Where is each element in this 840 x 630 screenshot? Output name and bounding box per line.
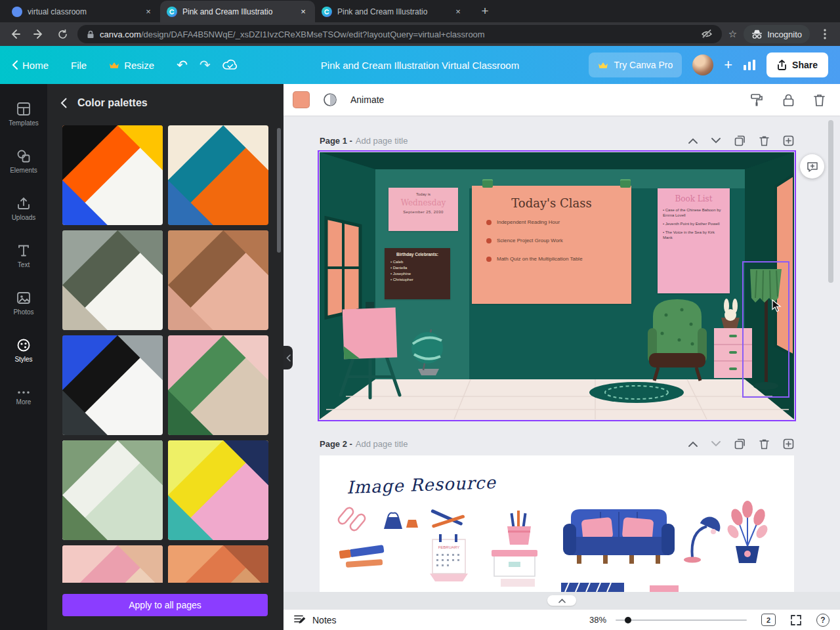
back-icon[interactable] [7,26,24,43]
forward-icon[interactable] [30,26,47,43]
sidebar-item-uploads[interactable]: Uploads [0,185,47,232]
elements-icon [16,149,31,163]
pencil-cup-illustration [507,511,531,545]
try-canva-pro-button[interactable]: Try Canva Pro [589,52,682,77]
sidebar-item-elements[interactable]: Elements [0,138,47,185]
browser-tab-1[interactable]: virtual classroom × [5,1,160,22]
page1-move-down-icon[interactable] [711,138,721,144]
chevron-left-icon [286,354,291,362]
sidebar-item-text[interactable]: Text [0,232,47,280]
browser-tabstrip: virtual classroom × Pink and Cream Illus… [0,0,840,22]
browser-menu-icon[interactable] [816,26,833,43]
file-menu-button[interactable]: File [71,60,87,71]
tab2-title: Pink and Cream Illustratio [182,7,293,16]
page2-add-page-icon[interactable] [783,438,794,450]
tab3-close-icon[interactable]: × [453,7,463,17]
status-bar: Notes 38% 2 ? [284,609,840,630]
zoom-slider[interactable] [616,620,747,621]
page2-move-up-icon[interactable] [688,441,698,447]
apply-to-all-pages-button[interactable]: Apply to all pages [62,594,268,616]
lock-icon[interactable] [782,93,795,107]
browser-tab-3[interactable]: Pink and Cream Illustratio × [315,1,470,22]
sidebar-item-more[interactable]: More [0,374,47,421]
fill-color-chip[interactable] [293,91,310,108]
palette-swatch[interactable] [62,125,163,225]
page1-add-page-icon[interactable] [783,135,794,146]
palette-swatch[interactable] [62,545,163,583]
palette-swatch[interactable] [168,335,268,435]
reload-icon[interactable] [54,26,71,43]
palette-swatch[interactable] [168,440,268,540]
zoom-slider-handle[interactable] [625,617,631,623]
sidebar-item-templates[interactable]: Templates [0,91,47,138]
palette-swatch[interactable] [62,440,163,540]
eye-off-icon[interactable] [701,29,713,39]
birthday-board[interactable]: Birthday Celebrants: Caleb Daniella Jose… [385,248,450,299]
sidebar-item-photos[interactable]: Photos [0,280,47,327]
copy-style-icon[interactable] [750,93,764,107]
page2-canvas[interactable]: Image Resource [320,455,794,592]
palette-swatch[interactable] [168,545,268,583]
add-comment-button[interactable] [800,154,824,178]
birthday-name: Christopher [390,277,444,283]
insights-icon[interactable] [743,59,756,71]
page1-duplicate-icon[interactable] [734,135,746,146]
text-icon [16,243,31,258]
add-member-button[interactable]: + [724,56,732,74]
home-button[interactable]: Home [12,60,49,71]
date-poster[interactable]: Today is Wednesday September 25, 2030 [388,188,458,231]
undo-icon[interactable]: ↶ [177,57,188,73]
page2-duplicate-icon[interactable] [734,438,746,450]
bullet-icon [486,238,492,243]
canvas-scrollbar[interactable] [828,120,833,283]
address-bar[interactable]: canva.com/design/DAFA4B5NWqE/_xsDZI1IvzC… [77,25,722,43]
document-title[interactable]: Pink and Cream Illustration Virtual Clas… [321,60,519,71]
palette-swatch[interactable] [168,125,268,225]
fullscreen-icon[interactable] [790,614,802,626]
panel-scrollbar[interactable] [277,128,281,253]
highlighter-illustration [339,545,385,568]
trash-icon[interactable] [813,93,826,107]
share-icon [777,60,787,70]
bookmark-star-icon[interactable]: ☆ [728,28,737,40]
page1-delete-icon[interactable] [759,135,769,146]
new-tab-button[interactable]: + [475,1,495,21]
page2-move-down-icon[interactable] [711,441,721,447]
page2-title-placeholder[interactable]: Add page title [356,439,408,449]
account-avatar[interactable] [692,54,713,75]
chevron-up-icon [558,598,566,603]
panel-back-icon[interactable] [60,98,67,108]
birthday-name: Josephine [390,271,444,277]
expand-pages-button[interactable] [547,595,576,606]
help-button[interactable]: ? [816,614,830,627]
todays-class-poster[interactable]: Today's Class Independent Reading Hour S… [472,186,631,304]
notes-button[interactable]: Notes [294,614,337,625]
page1-canvas[interactable]: Today is Wednesday September 25, 2030 Bi… [320,152,794,419]
page1-title-placeholder[interactable]: Add page title [356,136,408,146]
tab1-close-icon[interactable]: × [143,7,154,17]
palette-swatch[interactable] [62,335,163,435]
page2-header: Page 2 - Add page title [320,436,794,452]
tab3-canva-favicon [322,7,332,17]
palette-swatch[interactable] [168,230,268,330]
lamp-selection-box[interactable] [742,261,789,398]
animate-button[interactable]: Animate [350,94,384,105]
browser-tab-2-active[interactable]: Pink and Cream Illustratio × [160,1,315,22]
panel-collapse-handle[interactable] [284,346,293,369]
page2-delete-icon[interactable] [759,438,769,450]
page-count-badge[interactable]: 2 [761,614,776,626]
sidebar-item-styles[interactable]: Styles [0,327,47,374]
desk-lamp-illustration [684,514,723,563]
tab2-close-icon[interactable]: × [298,7,308,17]
resize-button[interactable]: Resize [109,60,154,71]
share-button[interactable]: Share [766,52,828,77]
tab2-canva-favicon [167,7,177,17]
transparency-icon[interactable] [323,93,337,107]
page1-move-up-icon[interactable] [688,138,698,144]
incognito-badge: Incognito [744,25,810,43]
redo-icon[interactable]: ↷ [200,57,211,73]
cloud-saved-icon [222,59,238,71]
palette-swatch[interactable] [62,230,163,330]
storage-boxes-illustration [492,550,537,587]
book-list-poster[interactable]: Book List Case of the Chinese Baboon by … [658,188,730,293]
